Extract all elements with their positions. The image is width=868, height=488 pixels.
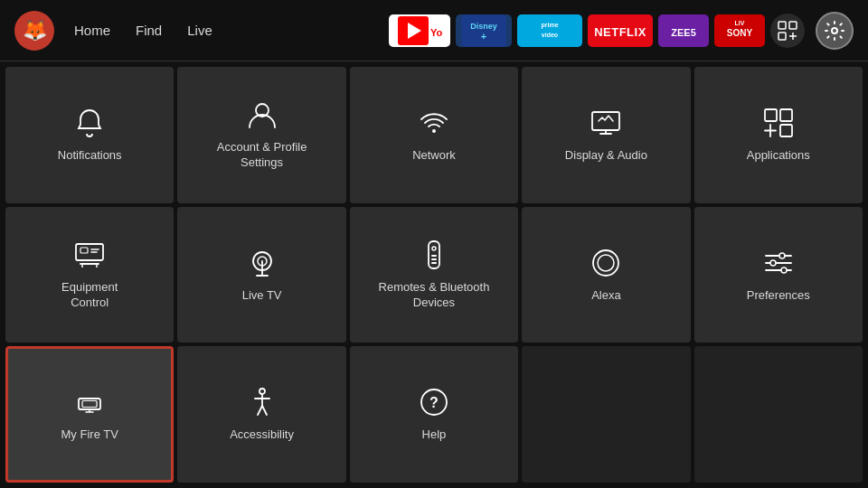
svg-rect-45 <box>431 262 437 264</box>
svg-text:LIV: LIV <box>735 20 745 26</box>
grid-item-alexa[interactable]: Alexa <box>522 207 690 343</box>
svg-text:Disney: Disney <box>470 22 497 31</box>
grid-item-display-audio[interactable]: Display & Audio <box>522 67 690 203</box>
grid-item-myfiretv[interactable]: My Fire TV <box>5 346 174 483</box>
help-label: Help <box>422 427 447 443</box>
network-label: Network <box>412 148 456 164</box>
svg-text:SONY: SONY <box>727 28 753 38</box>
app-netflix[interactable]: NETFLIX <box>588 14 653 47</box>
account-label: Account & ProfileSettings <box>217 140 307 171</box>
nav-grid-icon[interactable] <box>770 14 805 48</box>
accessibility-icon <box>246 386 278 418</box>
svg-text:prime: prime <box>541 22 558 29</box>
svg-rect-26 <box>765 109 777 121</box>
grid-item-accessibility[interactable]: Accessibility <box>177 346 345 483</box>
alexa-label: Alexa <box>591 288 621 304</box>
grid-item-help[interactable]: ? Help <box>350 346 518 483</box>
svg-point-22 <box>832 28 837 33</box>
svg-line-62 <box>258 406 262 415</box>
svg-point-47 <box>598 255 614 271</box>
grid-item-empty2 <box>694 346 863 483</box>
svg-point-53 <box>781 267 787 273</box>
svg-rect-27 <box>780 109 792 121</box>
svg-rect-55 <box>82 401 97 408</box>
nav-find[interactable]: Find <box>134 19 164 42</box>
svg-point-52 <box>770 260 776 266</box>
wifi-icon <box>418 107 450 139</box>
tv-icon <box>73 239 106 271</box>
svg-text:?: ? <box>429 395 439 410</box>
grid-item-applications[interactable]: Applications <box>694 67 863 203</box>
svg-rect-25 <box>592 112 619 130</box>
apps-icon <box>762 107 795 139</box>
settings-grid: Notifications Account & ProfileSettings … <box>0 61 868 488</box>
svg-rect-28 <box>780 125 792 136</box>
grid-item-preferences[interactable]: Preferences <box>694 207 863 343</box>
svg-text:NETFLIX: NETFLIX <box>595 25 646 39</box>
nav-logo[interactable]: 🦊 <box>14 11 54 51</box>
top-nav: 🦊 Home Find Live YouTube Disney + <box>0 0 868 61</box>
svg-rect-19 <box>778 33 786 40</box>
app-youtube[interactable]: YouTube <box>389 14 450 47</box>
settings-button[interactable] <box>816 12 854 50</box>
bell-icon <box>73 107 106 139</box>
nav-home[interactable]: Home <box>72 19 112 42</box>
remotes-label: Remotes & BluetoothDevices <box>379 280 490 311</box>
equipment-label: EquipmentControl <box>61 280 118 311</box>
svg-point-51 <box>779 253 785 258</box>
svg-point-41 <box>432 247 436 250</box>
svg-rect-44 <box>431 258 437 260</box>
grid-item-network[interactable]: Network <box>350 67 518 203</box>
svg-rect-7 <box>523 14 577 47</box>
display-audio-label: Display & Audio <box>565 148 647 164</box>
grid-item-empty1 <box>522 346 690 483</box>
svg-text:YouTube: YouTube <box>430 27 443 38</box>
app-zee5[interactable]: ZEE5 <box>658 14 709 47</box>
display-icon <box>590 107 622 139</box>
sliders-icon <box>762 247 795 279</box>
livetv-label: Live TV <box>242 288 282 304</box>
app-sony[interactable]: SONY LIV <box>714 14 765 47</box>
help-icon: ? <box>418 386 450 418</box>
nav-links: Home Find Live <box>72 19 214 42</box>
svg-point-46 <box>593 250 618 276</box>
notifications-label: Notifications <box>58 148 122 164</box>
grid-item-equipment[interactable]: EquipmentControl <box>5 207 174 343</box>
person-icon <box>246 99 278 131</box>
svg-rect-18 <box>789 22 797 29</box>
app-disney[interactable]: Disney + <box>456 14 512 47</box>
myfiretv-label: My Fire TV <box>61 427 118 443</box>
grid-item-livetv[interactable]: Live TV <box>177 207 345 343</box>
svg-point-24 <box>432 129 436 133</box>
remote-icon <box>418 239 450 271</box>
svg-text:video: video <box>542 32 558 38</box>
grid-item-notifications[interactable]: Notifications <box>5 67 174 203</box>
svg-rect-17 <box>778 22 786 29</box>
app-prime[interactable]: prime video <box>517 14 582 47</box>
antenna-icon <box>246 247 278 279</box>
applications-label: Applications <box>747 148 810 164</box>
preferences-label: Preferences <box>747 288 810 304</box>
svg-rect-43 <box>431 255 437 257</box>
grid-item-account[interactable]: Account & ProfileSettings <box>177 67 345 203</box>
accessibility-label: Accessibility <box>230 427 294 443</box>
svg-text:+: + <box>481 31 486 42</box>
alexa-icon <box>590 247 622 279</box>
nav-apps: YouTube Disney + prime video NETFLIX <box>389 14 805 48</box>
firetv-icon <box>73 386 106 418</box>
grid-item-remotes[interactable]: Remotes & BluetoothDevices <box>350 207 518 343</box>
svg-rect-35 <box>80 248 88 253</box>
nav-live[interactable]: Live <box>185 19 214 42</box>
svg-line-63 <box>262 406 267 415</box>
svg-text:ZEE5: ZEE5 <box>671 27 696 38</box>
